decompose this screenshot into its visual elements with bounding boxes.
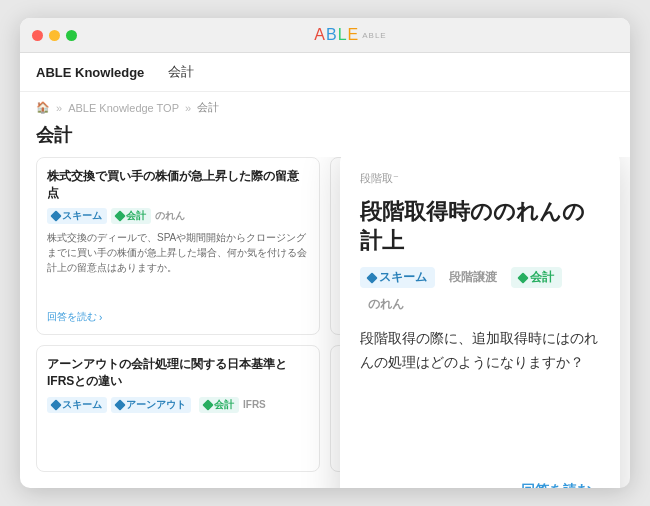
nav-item-accounting[interactable]: 会計 bbox=[168, 63, 194, 81]
tag-icon bbox=[202, 399, 213, 410]
tag-accounting[interactable]: 会計 bbox=[111, 208, 151, 224]
logo-area: ABLE ABLE bbox=[83, 26, 618, 44]
page-title: 会計 bbox=[20, 119, 630, 157]
minimize-button[interactable] bbox=[49, 30, 60, 41]
tag-icon bbox=[517, 272, 528, 283]
popup-tag-noren: のれん bbox=[360, 294, 412, 315]
tag-icon bbox=[114, 399, 125, 410]
popup-text: 段階取得の際に、追加取得時にはのれんの処理はどのようになりますか？ bbox=[360, 327, 600, 375]
breadcrumb-sep1: » bbox=[56, 102, 62, 114]
tag-scheme[interactable]: スキーム bbox=[47, 208, 107, 224]
card-2-tags: スキーム アーンアウト 会計 IFRS bbox=[47, 396, 309, 414]
popup-tag-scheme[interactable]: スキーム bbox=[360, 267, 435, 288]
popup-card: 段階取⁻ 段階取得時ののれんの計上 スキーム 段階譲渡 会計 の bbox=[340, 157, 620, 488]
nav-brand: ABLE Knowledge bbox=[36, 65, 144, 80]
nav-bar: ABLE Knowledge 会計 bbox=[20, 53, 630, 92]
breadcrumb-link1[interactable]: ABLE Knowledge TOP bbox=[68, 102, 179, 114]
tag-icon bbox=[50, 399, 61, 410]
tag-earnout[interactable]: アーンアウト bbox=[111, 397, 191, 413]
card-0-text: 株式交換のディールで、SPAや期間開始からクロージングまでに買い手の株価が急上昇… bbox=[47, 230, 309, 275]
card-0-tags: スキーム 会計 のれん bbox=[47, 208, 309, 224]
card-0-link[interactable]: 回答を読む › bbox=[47, 310, 309, 324]
app-logo: ABLE ABLE bbox=[314, 26, 386, 44]
content-area: 株式交換で買い手の株価が急上昇した際の留意点 スキーム 会計 のれん bbox=[20, 157, 630, 488]
popup-tags: スキーム 段階譲渡 会計 のれん bbox=[360, 267, 600, 315]
page-content: ABLE Knowledge 会計 🏠 » ABLE Knowledge TOP… bbox=[20, 53, 630, 488]
popup-small-title: 段階取⁻ bbox=[360, 171, 600, 186]
popup-tag-staged: 段階譲渡 bbox=[441, 267, 505, 288]
tag-icon bbox=[366, 272, 377, 283]
tag-ifrs: IFRS bbox=[243, 398, 266, 411]
tag-accounting-2[interactable]: 会計 bbox=[199, 397, 239, 413]
tag-icon bbox=[50, 210, 61, 221]
popup-tag-accounting[interactable]: 会計 bbox=[511, 267, 562, 288]
tag-scheme-2[interactable]: スキーム bbox=[47, 397, 107, 413]
breadcrumb-sep2: » bbox=[185, 102, 191, 114]
card-0[interactable]: 株式交換で買い手の株価が急上昇した際の留意点 スキーム 会計 のれん bbox=[36, 157, 320, 335]
popup-read-link[interactable]: 回答を読む › bbox=[360, 482, 600, 488]
tag-icon bbox=[114, 210, 125, 221]
close-button[interactable] bbox=[32, 30, 43, 41]
card-0-title: 株式交換で買い手の株価が急上昇した際の留意点 bbox=[47, 168, 309, 202]
card-2[interactable]: アーンアウトの会計処理に関する日本基準とIFRSとの違い スキーム アーンアウト bbox=[36, 345, 320, 472]
browser-window: ABLE ABLE ABLE Knowledge 会計 🏠 » ABLE Kno… bbox=[20, 18, 630, 488]
breadcrumb: 🏠 » ABLE Knowledge TOP » 会計 bbox=[20, 92, 630, 119]
title-bar: ABLE ABLE bbox=[20, 18, 630, 53]
breadcrumb-home[interactable]: 🏠 bbox=[36, 101, 50, 114]
card-2-title: アーンアウトの会計処理に関する日本基準とIFRSとの違い bbox=[47, 356, 309, 390]
chevron-right-icon: › bbox=[595, 483, 600, 488]
breadcrumb-current: 会計 bbox=[197, 100, 219, 115]
maximize-button[interactable] bbox=[66, 30, 77, 41]
tag-noren: のれん bbox=[155, 208, 185, 224]
popup-main-title: 段階取得時ののれんの計上 bbox=[360, 198, 600, 255]
